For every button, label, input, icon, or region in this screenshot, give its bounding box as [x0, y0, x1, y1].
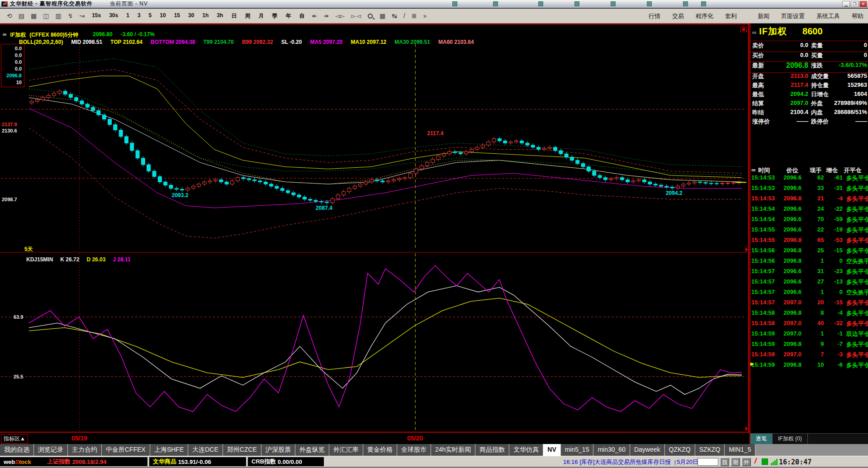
- workspace-tab-大连DCE[interactable]: 大连DCE: [188, 444, 223, 456]
- workspace-tab-MIN1_5[interactable]: MIN1_5: [725, 444, 755, 456]
- menu-item-交易[interactable]: 交易: [672, 12, 684, 20]
- tick-row: 15:14:552096.865-53多头平仓: [751, 236, 868, 245]
- period-button-1h[interactable]: 1h: [202, 12, 209, 20]
- indicator-area-toggle[interactable]: 指标区▲: [1, 434, 28, 444]
- lightning-icon[interactable]: ↯: [68, 12, 73, 19]
- period-button-3[interactable]: 3: [138, 12, 141, 20]
- menu-item-页面设置[interactable]: 页面设置: [781, 12, 805, 20]
- quick-code-input[interactable]: [697, 458, 718, 466]
- stock-market-button[interactable]: 股: [720, 458, 729, 466]
- tick-cell: 15:14:59: [751, 340, 783, 349]
- workspace-tab-SZKZQ[interactable]: SZKZQ: [695, 444, 725, 456]
- workspace-tab-min5_15[interactable]: min5_15: [561, 444, 594, 456]
- menu-item-套利[interactable]: 套利: [725, 12, 737, 20]
- news-ticker[interactable]: 16:16 [库存]大连商品交易所焦煤库存日报（5月20日）…: [563, 458, 710, 466]
- days-range-label[interactable]: 5天: [24, 246, 33, 253]
- period-button-30s[interactable]: 30s: [109, 12, 118, 20]
- workspace-tab-郑州CZCE[interactable]: 郑州CZCE: [223, 444, 261, 456]
- undo-icon[interactable]: ⟲: [7, 12, 12, 19]
- titlebar-shortcut-icon[interactable]: [683, 1, 688, 6]
- tick-panel-tab-逐笔[interactable]: 逐笔: [750, 434, 773, 444]
- auto-trade-icon[interactable]: ↝: [79, 12, 85, 19]
- workspace-tab-bar: 我的自选浏览记录主力合约中金所CFFEX上海SHFE大连DCE郑州CZCE沪深股…: [0, 444, 868, 456]
- restore-button[interactable]: ❐: [851, 1, 859, 7]
- workspace-tab-沪深股票[interactable]: 沪深股票: [261, 444, 295, 456]
- period-button-日[interactable]: 日: [231, 12, 237, 20]
- compress-icon[interactable]: ▻◅: [351, 12, 361, 19]
- tick-panel-tab-IF加权 (0)[interactable]: IF加权 (0): [773, 434, 808, 444]
- quote-grid-icon[interactable]: ▤: [19, 12, 24, 19]
- line-chart-icon[interactable]: ▦: [31, 12, 37, 19]
- workspace-tab-Dayweek[interactable]: Dayweek: [630, 444, 665, 456]
- period-button-3h[interactable]: 3h: [217, 12, 223, 20]
- menu-item-行情[interactable]: 行情: [649, 12, 660, 20]
- workspace-tab-外汇汇率[interactable]: 外汇汇率: [329, 444, 363, 456]
- period-button-月[interactable]: 月: [258, 12, 264, 20]
- workspace-tab-我的自选[interactable]: 我的自选: [0, 444, 34, 456]
- workspace-tab-QZKZQ[interactable]: QZKZQ: [665, 444, 695, 456]
- tick-cell: 15:14:53: [751, 174, 783, 182]
- period-button-周[interactable]: 周: [245, 12, 250, 20]
- period-button-自[interactable]: 自: [299, 12, 304, 20]
- tick-cell: 15:14:57: [751, 299, 783, 307]
- titlebar-shortcut-icon[interactable]: [611, 1, 616, 6]
- period-button-15[interactable]: 15: [174, 12, 180, 20]
- workspace-tab-24h实时新闻[interactable]: 24h实时新闻: [431, 444, 475, 456]
- titlebar-shortcut-icon[interactable]: [538, 1, 543, 6]
- indicator-name[interactable]: BOLL(20,20,2,60): [19, 39, 63, 45]
- workspace-tab-主力合约[interactable]: 主力合约: [68, 444, 102, 456]
- titlebar-shortcut-icon[interactable]: [574, 1, 579, 6]
- titlebar-shortcut-icon[interactable]: [647, 1, 652, 6]
- period-button-30[interactable]: 30: [188, 12, 194, 20]
- tick-cell: 33: [809, 184, 824, 193]
- link-icon: ∞: [751, 166, 755, 175]
- period-button-15s[interactable]: 15s: [92, 12, 101, 20]
- period-button-季[interactable]: 季: [272, 12, 277, 20]
- price-kdj-chart[interactable]: 2117.42093.22087.42094.263.925.5: [0, 24, 749, 432]
- crb-index-quote[interactable]: CRB指数 0.00/0.00: [248, 457, 324, 466]
- futures-market-button[interactable]: 期: [731, 458, 740, 466]
- menu-item-系统工具[interactable]: 系统工具: [816, 12, 840, 20]
- trendline-icon[interactable]: /: [403, 12, 405, 19]
- back-arrow-icon[interactable]: ↞: [312, 12, 317, 19]
- quote-row-开盘: 开盘2113.0成交量565875: [750, 72, 868, 81]
- sse-index-quote[interactable]: 上证指数 2008.18/2.94: [43, 457, 147, 466]
- film-icon[interactable]: ▦: [379, 12, 385, 19]
- draw-line-icon[interactable]: /: [754, 457, 756, 465]
- zoom-icon[interactable]: [368, 14, 373, 19]
- period-button-10[interactable]: 10: [160, 12, 166, 20]
- bar-chart-icon[interactable]: ▥: [55, 12, 61, 19]
- overseas-market-button[interactable]: 外: [742, 458, 751, 466]
- more-icon[interactable]: »: [423, 12, 427, 19]
- titlebar-shortcut-icon[interactable]: [701, 1, 706, 6]
- menu-item-帮助[interactable]: 帮助: [852, 12, 863, 20]
- menu-item-程序化[interactable]: 程序化: [696, 12, 713, 20]
- workspace-tab-商品指数[interactable]: 商品指数: [475, 444, 509, 456]
- workspace-tab-浏览记录[interactable]: 浏览记录: [34, 444, 68, 456]
- workspace-tab-黄金价格[interactable]: 黄金价格: [363, 444, 397, 456]
- settings-icon[interactable]: ≣: [412, 12, 417, 19]
- period-button-1[interactable]: 1: [126, 12, 129, 20]
- forward-arrow-icon[interactable]: ↠: [323, 12, 329, 19]
- workspace-tab-全球股市[interactable]: 全球股市: [397, 444, 431, 456]
- expand-icon[interactable]: ◅▻: [335, 12, 345, 19]
- candle-chart-icon[interactable]: ◫: [43, 12, 49, 19]
- workspace-tab-文华仿真[interactable]: 文华仿真: [509, 444, 543, 456]
- workspace-tab-NV[interactable]: NV: [543, 444, 560, 456]
- close-button[interactable]: ✕: [859, 1, 867, 7]
- titlebar-shortcut-icon[interactable]: [493, 1, 498, 6]
- workspace-tab-外盘纵览[interactable]: 外盘纵览: [295, 444, 329, 456]
- pane-close-icon[interactable]: [740, 27, 747, 32]
- quote-label: 买量: [811, 52, 823, 60]
- period-button-年[interactable]: 年: [285, 12, 291, 20]
- wenhua-commodity-quote[interactable]: 文华商品 153.91/-0.06: [149, 457, 246, 466]
- period-button-5[interactable]: 5: [149, 12, 152, 20]
- workspace-tab-中金所CFFEX[interactable]: 中金所CFFEX: [102, 444, 150, 456]
- minimize-button[interactable]: ▁: [842, 1, 850, 7]
- workspace-tab-min30_60[interactable]: min30_60: [593, 444, 630, 456]
- menu-item-新闻[interactable]: 新闻: [758, 12, 769, 20]
- titlebar-shortcut-icon[interactable]: [452, 1, 457, 6]
- tick-cell: 15:14:54: [751, 216, 783, 224]
- measure-icon[interactable]: ↹: [392, 12, 397, 19]
- workspace-tab-上海SHFE[interactable]: 上海SHFE: [150, 444, 188, 456]
